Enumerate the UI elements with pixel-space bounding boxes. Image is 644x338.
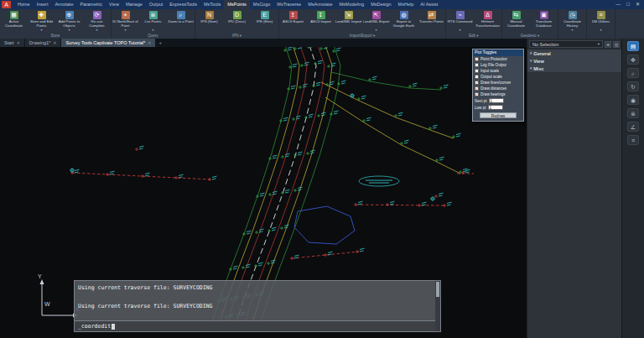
ribbon-button-zoom-to-a-point[interactable]: ⌕Zoom to a Point — [167, 10, 195, 33]
pickadd-toggle-icon[interactable]: ⊕ — [605, 41, 611, 48]
close-icon[interactable]: ✕ — [17, 39, 20, 47]
checkbox-point-protection[interactable]: ✓ — [475, 57, 479, 61]
ribbon-button-ipe-elev[interactable]: EIPE (Elev) — [251, 10, 278, 33]
next-pt-input[interactable]: 1 — [489, 98, 504, 103]
drawing-canvas[interactable]: Y W X Plot Toggles ✓Point ProtectionLog … — [0, 47, 527, 338]
ribbon-button-transfer-points[interactable]: ⇄Transfer Points — [418, 10, 445, 33]
file-tab-start[interactable]: Start✕ — [0, 39, 24, 47]
ribbon-tab-annotate[interactable]: Annotate — [51, 0, 76, 9]
section-collapse-icon[interactable]: ▾ — [530, 59, 532, 63]
new-tab-button[interactable]: + — [156, 39, 164, 47]
ribbon-tab-mscogo[interactable]: MsCogo — [250, 0, 273, 9]
checkbox-input-scale[interactable] — [475, 69, 479, 73]
checkbox-output-scale[interactable] — [475, 75, 479, 79]
low-pt-input[interactable]: 1 — [488, 105, 503, 110]
redraw-button[interactable]: Redraw — [480, 112, 517, 118]
section-collapse-icon[interactable]: ▾ — [530, 51, 532, 55]
ribbon-tab-view[interactable]: View — [106, 0, 122, 9]
ribbon-tab-msdesign[interactable]: MsDesign — [367, 0, 394, 9]
ribbon-button-re-use-complete-drawing[interactable]: ⟳Re-use Complete Drawing▾ — [83, 10, 111, 33]
reuse-drawing-icon: ⟳ — [93, 11, 101, 19]
ribbon-tab-home[interactable]: Home — [14, 0, 34, 9]
ribbon-tab-mshelp[interactable]: MsHelp — [395, 0, 418, 9]
ribbon-tab-msmodeling[interactable]: MsModeling — [335, 0, 367, 9]
ribbon-button-ascii-export[interactable]: ↥ASCII Export — [279, 10, 307, 33]
ribbon-button-rts-command[interactable]: ⌁RTS Command▾ — [446, 10, 474, 33]
layers-icon[interactable]: ≣ — [627, 108, 639, 118]
checkbox-row-draw-distances: ✓Draw distances — [473, 86, 523, 91]
ribbon-tab-mstools[interactable]: MsTools — [200, 0, 224, 9]
plot-toggles-title[interactable]: Plot Toggles — [473, 49, 523, 56]
command-prompt-text: _coordedit — [78, 323, 111, 330]
ribbon-tab-ai-assist[interactable]: AI Assist — [417, 0, 441, 9]
selection-dropdown[interactable]: No Selection ▾ — [529, 40, 603, 48]
settings-icon[interactable]: ≡ — [627, 135, 639, 145]
ribbon-tab-expresstools[interactable]: ExpressTools — [166, 0, 200, 9]
scrollbar-thumb[interactable] — [436, 282, 439, 297]
field-row-next-pt: Next pt1 — [473, 97, 523, 104]
section-header-general[interactable]: ▾General — [527, 49, 621, 57]
ribbon-tab-parametric[interactable]: Parametric — [76, 0, 106, 9]
ribbon-button-db-utilities[interactable]: ≡DB Utilities▾ — [587, 10, 615, 33]
properties-header: No Selection ▾ ⊕ ▥ — [527, 39, 621, 49]
ribbon-tab-msannotate[interactable]: MsAnnotate — [304, 0, 335, 9]
ribbon-tab-output[interactable]: Output — [146, 0, 167, 9]
ribbon-button-landxml-export[interactable]: ⇱LandXML Export▾ — [362, 10, 390, 33]
file-tab-drawing1[interactable]: Drawing1*✕ — [25, 39, 61, 47]
command-window[interactable]: Using current traverse file: SURVEYCODIN… — [74, 280, 441, 332]
file-tab-survey-tools-captivate-topo-tutorial[interactable]: Survey Tools Captivate TOPO Tutorial*✕ — [61, 39, 155, 47]
ribbon-button-id-north-east-of-point[interactable]: ⌖ID North/East of Point▾ — [112, 10, 139, 33]
ribbon-button-manual-coordinate-conversions[interactable]: ⇆Manual Coordinate Conversions — [502, 10, 530, 33]
ipd-icon: D — [233, 11, 242, 19]
section-header-view[interactable]: ▾View — [527, 57, 621, 65]
pan-icon[interactable]: ✥ — [627, 55, 639, 65]
ribbon-group-label-import-export[interactable]: Import/Export ▾ — [279, 33, 445, 39]
section-header-misc[interactable]: ▾Misc — [527, 65, 621, 72]
close-button[interactable]: ✕ — [636, 0, 640, 9]
maximize-button[interactable]: □ — [626, 0, 630, 9]
properties-palette-icon[interactable]: ▤ — [627, 41, 639, 51]
checkbox-draw-lines-curves[interactable]: ✓ — [475, 81, 479, 85]
checkbox-log-file-output[interactable] — [475, 63, 479, 67]
measure-icon[interactable]: ∠ — [627, 122, 639, 132]
app-logo-icon[interactable]: A — [2, 1, 11, 8]
ribbon-button-export-to-google-earth[interactable]: ◍Export to Google Earth — [390, 10, 418, 33]
ribbon-tab-manage[interactable]: Manage — [122, 0, 146, 9]
ribbon-button-store-and-edit-points[interactable]: ✚Store and Edit Points▾ — [28, 10, 55, 33]
ribbon-tab-insert[interactable]: Insert — [34, 0, 52, 9]
ribbon-group-label — [558, 33, 586, 39]
ribbon-button-active-coordinate-editor[interactable]: ▦Active Coordinate Editor — [0, 10, 28, 33]
ribbon-tab-mspoints[interactable]: MsPoints — [224, 0, 250, 9]
checkbox-draw-distances[interactable]: ✓ — [475, 86, 479, 91]
ribbon-button-ipn-num[interactable]: NIPN (Num) — [195, 10, 223, 33]
steering-wheel-icon[interactable]: ◉ — [627, 95, 639, 105]
ribbon-group-label-edit[interactable]: Edit ▾ — [446, 33, 501, 39]
ribbon-button-helmert-transformation[interactable]: ΔHelmert Transformation — [474, 10, 501, 33]
section-collapse-icon[interactable]: ▾ — [530, 66, 532, 70]
selection-label: No Selection — [532, 41, 558, 48]
command-scrollbar[interactable] — [435, 281, 440, 331]
section-title: General — [533, 51, 550, 56]
ribbon-button-add-points-to-objects[interactable]: ⊕Add Points to Objects▾ — [55, 10, 83, 33]
command-prompt[interactable]: _coordedit — [75, 320, 435, 331]
close-icon[interactable]: ✕ — [148, 39, 151, 47]
ribbon-group-label-geodesic[interactable]: Geodesic ▾ — [502, 33, 558, 39]
ribbon-button-ascii-import[interactable]: ↧ASCII Import — [307, 10, 335, 33]
ribbon-button-transform-database[interactable]: ▣Transform Database — [530, 10, 558, 33]
properties-rows: ▾General▾View▾Misc — [527, 49, 621, 72]
minimize-button[interactable]: — — [615, 0, 621, 9]
quick-select-icon[interactable]: ▥ — [613, 41, 620, 48]
checkbox-draw-bearings[interactable]: ✓ — [475, 92, 479, 96]
zoom-icon[interactable]: ⌕ — [627, 68, 639, 78]
ribbon-panel-misc: ≡DB Utilities▾ — [587, 9, 615, 39]
ribbon-tab-mstraverse[interactable]: MsTraverse — [273, 0, 304, 9]
ribbon-button-coordinate-history[interactable]: ◷Coordinate History▾ — [558, 10, 586, 33]
ribbon-button-ipd-desc[interactable]: DIPD (Desc) — [223, 10, 251, 33]
ribbon-group-label-ipn[interactable]: IPN ▾ — [195, 33, 278, 39]
orbit-icon[interactable]: ↻ — [627, 81, 639, 91]
ribbon-button-list-points[interactable]: ≣List Points▾ — [139, 10, 167, 33]
ribbon-button-label: IPN (Num) — [196, 20, 223, 29]
ribbon-button-landxml-import[interactable]: ⇲LandXML Import — [335, 10, 362, 33]
plot-toggles-dialog: Plot Toggles ✓Point ProtectionLog File O… — [472, 49, 524, 122]
close-icon[interactable]: ✕ — [53, 39, 56, 47]
